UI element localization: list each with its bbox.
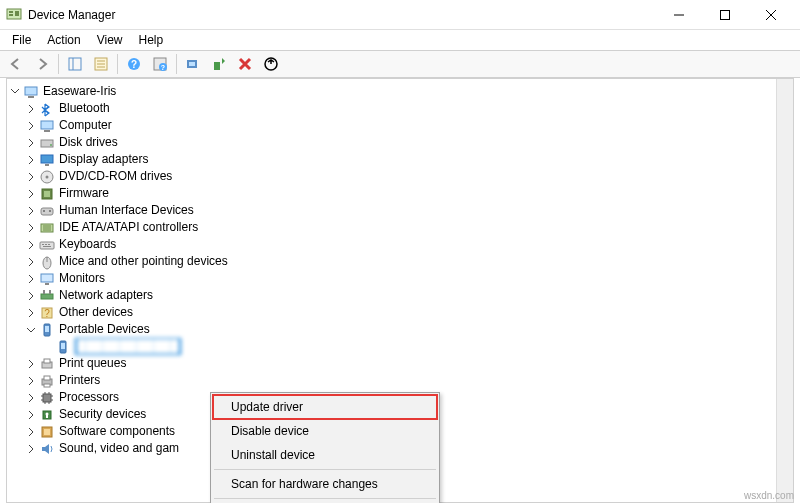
svg-rect-49: [41, 274, 53, 282]
minimize-button[interactable]: [656, 0, 702, 30]
svg-rect-45: [48, 244, 50, 245]
svg-rect-21: [214, 62, 220, 70]
svg-rect-44: [45, 244, 47, 245]
show-hide-tree-button[interactable]: [63, 52, 87, 76]
tree-node-network[interactable]: Network adapters: [9, 287, 774, 304]
separator: [58, 54, 59, 74]
tree-node-disk[interactable]: Disk drives: [9, 134, 774, 151]
expand-icon[interactable]: [25, 409, 37, 421]
tree-node-computer[interactable]: Computer: [9, 117, 774, 134]
portable-icon: [39, 322, 55, 338]
ctx-update-driver[interactable]: Update driver: [213, 395, 437, 419]
svg-rect-5: [721, 10, 730, 19]
expand-icon[interactable]: [25, 137, 37, 149]
scan-hardware-button[interactable]: [181, 52, 205, 76]
tree-node-keyboard[interactable]: Keyboards: [9, 236, 774, 253]
vertical-scrollbar[interactable]: [776, 79, 793, 502]
svg-rect-61: [44, 359, 50, 363]
menu-help[interactable]: Help: [131, 31, 172, 49]
svg-rect-42: [40, 242, 54, 249]
expand-icon[interactable]: [25, 273, 37, 285]
expand-icon[interactable]: [25, 171, 37, 183]
svg-rect-59: [61, 343, 65, 349]
node-label: IDE ATA/ATAPI controllers: [59, 219, 198, 236]
expand-icon[interactable]: [25, 222, 37, 234]
node-label: Print queues: [59, 355, 126, 372]
ctx-uninstall-device[interactable]: Uninstall device: [213, 443, 437, 467]
svg-rect-26: [44, 130, 50, 132]
tree-node-ide[interactable]: IDE ATA/ATAPI controllers: [9, 219, 774, 236]
svg-rect-20: [189, 62, 195, 66]
properties-button[interactable]: [89, 52, 113, 76]
tree-node-other[interactable]: ?Other devices: [9, 304, 774, 321]
expand-icon[interactable]: [25, 205, 37, 217]
close-button[interactable]: [748, 0, 794, 30]
maximize-button[interactable]: [702, 0, 748, 30]
tree-node-printer[interactable]: Printers: [9, 372, 774, 389]
svg-rect-24: [28, 96, 34, 98]
computer-icon: [39, 118, 55, 134]
firmware-icon: [39, 186, 55, 202]
back-button[interactable]: [4, 52, 28, 76]
svg-text:?: ?: [161, 64, 165, 71]
svg-rect-8: [69, 58, 81, 70]
node-label: Display adapters: [59, 151, 148, 168]
svg-rect-53: [49, 290, 51, 294]
tree-node-monitor[interactable]: Monitors: [9, 270, 774, 287]
tree-node-display[interactable]: Display adapters: [9, 151, 774, 168]
tree-node-hid[interactable]: Human Interface Devices: [9, 202, 774, 219]
svg-rect-63: [44, 376, 50, 380]
node-label: Sound, video and gam: [59, 440, 179, 457]
disable-device-button[interactable]: [259, 52, 283, 76]
node-label: DVD/CD-ROM drives: [59, 168, 172, 185]
tree-node-bluetooth[interactable]: Bluetooth: [9, 100, 774, 117]
tree-node-cdrom[interactable]: DVD/CD-ROM drives: [9, 168, 774, 185]
tree-node-mouse[interactable]: Mice and other pointing devices: [9, 253, 774, 270]
svg-text:?: ?: [131, 59, 137, 70]
node-label: Human Interface Devices: [59, 202, 194, 219]
node-label: Monitors: [59, 270, 105, 287]
action-help-button[interactable]: ?: [148, 52, 172, 76]
ctx-scan-hardware[interactable]: Scan for hardware changes: [213, 472, 437, 496]
help-button[interactable]: ?: [122, 52, 146, 76]
expand-icon[interactable]: [25, 307, 37, 319]
expand-icon[interactable]: [25, 290, 37, 302]
expand-icon[interactable]: [25, 103, 37, 115]
svg-rect-78: [44, 429, 50, 435]
svg-rect-43: [42, 244, 44, 245]
svg-rect-34: [44, 191, 50, 197]
expand-icon[interactable]: [25, 358, 37, 370]
uninstall-device-button[interactable]: [233, 52, 257, 76]
menu-view[interactable]: View: [89, 31, 131, 49]
menu-action[interactable]: Action: [39, 31, 88, 49]
tree-node-firmware[interactable]: Firmware: [9, 185, 774, 202]
separator: [176, 54, 177, 74]
expand-icon[interactable]: [25, 239, 37, 251]
ctx-disable-device[interactable]: Disable device: [213, 419, 437, 443]
expand-icon[interactable]: [25, 375, 37, 387]
node-label: Keyboards: [59, 236, 116, 253]
other-icon: ?: [39, 305, 55, 321]
expand-icon[interactable]: [25, 154, 37, 166]
forward-button[interactable]: [30, 52, 54, 76]
expand-icon[interactable]: [25, 324, 37, 336]
menu-file[interactable]: File: [4, 31, 39, 49]
collapse-icon[interactable]: [9, 86, 21, 98]
update-driver-button[interactable]: [207, 52, 231, 76]
tree-root[interactable]: Easeware-Iris: [9, 83, 774, 100]
expand-icon[interactable]: [25, 426, 37, 438]
node-label: Processors: [59, 389, 119, 406]
svg-rect-76: [46, 415, 48, 418]
printq-icon: [39, 356, 55, 372]
tree-node-portable[interactable]: Portable Devices: [9, 321, 774, 338]
spacer: [41, 341, 53, 353]
node-label: Software components: [59, 423, 175, 440]
expand-icon[interactable]: [25, 392, 37, 404]
tree-node-selected-device[interactable]: ████████████: [9, 338, 774, 355]
expand-icon[interactable]: [25, 120, 37, 132]
display-icon: [39, 152, 55, 168]
expand-icon[interactable]: [25, 256, 37, 268]
tree-node-printq[interactable]: Print queues: [9, 355, 774, 372]
expand-icon[interactable]: [25, 188, 37, 200]
expand-icon[interactable]: [25, 443, 37, 455]
